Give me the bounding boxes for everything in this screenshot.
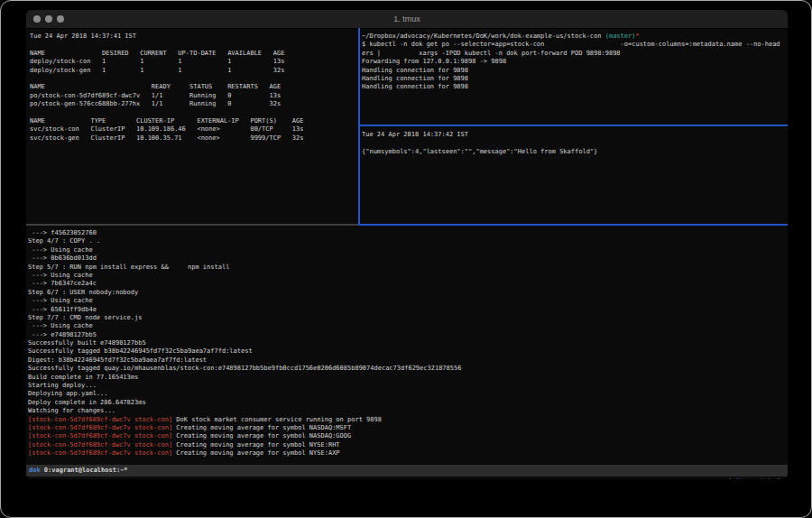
terminal-line: Handling connection for 9898 (362, 67, 788, 75)
pane-divider-horizontal-left[interactable] (26, 224, 358, 226)
terminal-line: Forwarding from 127.0.0.1:9898 -> 9898 (362, 58, 788, 66)
terminal-line: Tue 24 Apr 2018 14:37:42 IST (362, 131, 788, 139)
terminal-line: ---> Using cache (28, 272, 786, 280)
terminal-line: ---> Using cache (28, 297, 786, 305)
terminal-line (30, 109, 358, 117)
terminal-line: po/stock-gen-576cc688bb-277hx 1/1 Runnin… (30, 100, 358, 108)
terminal-line: Handling connection for 9898 (362, 83, 788, 91)
pane-kubectl-resources[interactable]: Tue 24 Apr 2018 14:37:41 ISTNAME DESIRED… (28, 28, 358, 228)
terminal-line: Deploying app.yaml... (28, 390, 786, 398)
terminal-line: ---> Using cache (28, 322, 786, 330)
tmux-session-window-label[interactable]: dok 0:vagrant@localhost:~* (29, 465, 128, 476)
terminal-line: Tue 24 Apr 2018 14:37:41 IST (30, 32, 358, 41)
terminal-line: {"numsymbols":4,"lastseen":"","message":… (362, 148, 788, 156)
kube-context-text: minikube:default (724, 478, 785, 479)
terminal-line: [stock-con-5d7df689cf-dwc7v stock-con] D… (28, 416, 786, 424)
terminal-line: po/stock-con-5d7df689cf-dwc7v 1/1 Runnin… (30, 92, 358, 100)
terminal-line: [stock-con-5d7df689cf-dwc7v stock-con] C… (28, 449, 786, 458)
terminal-line: deploy/stock-con 1 1 1 1 13s (30, 58, 358, 66)
terminal-line: ~/Dropbox/advocacy/Kubernetes/DoK/work/d… (362, 32, 788, 41)
terminal-line: ---> 0b636bd013dd (28, 254, 786, 263)
pane-service-response[interactable]: Tue 24 Apr 2018 14:37:42 IST{"numsymbols… (360, 126, 788, 228)
terminal-line: Step 4/7 : COPY . . (28, 237, 786, 245)
terminal-line: Successfully tagged quay.io/mhausenblas/… (28, 365, 786, 373)
pane-skaffold-log[interactable]: ---> f45623052760Step 4/7 : COPY . . ---… (28, 226, 786, 468)
pane-divider-horizontal-main-right[interactable] (358, 224, 788, 226)
terminal-line: NAME TYPE CLUSTER-IP EXTERNAL-IP PORT(S)… (30, 117, 358, 125)
terminal-line: $ kubectl -n dok get po --selector=app=s… (362, 41, 788, 49)
terminal-line: Successfully built e74898127bb5 (28, 339, 786, 347)
terminal-line: Step 7/7 : CMD node service.js (28, 314, 786, 322)
terminal-line: deploy/stock-gen 1 1 1 1 32s (30, 67, 358, 75)
terminal-line: Step 5/7 : RUN npm install express && np… (28, 264, 786, 272)
window-title: 1. tmux (26, 10, 788, 28)
kubernetes-helm-icon: ☸ (719, 478, 723, 479)
terminal-line: Successfully tagged b38b42246945fd7f32c5… (28, 347, 786, 356)
terminal-line: [stock-con-5d7df689cf-dwc7v stock-con] C… (28, 441, 786, 449)
terminal-line: ---> Using cache (28, 246, 786, 254)
terminal-line: [stock-con-5d7df689cf-dwc7v stock-con] C… (28, 424, 786, 432)
terminal-line: Deploy complete in 286.647823ms (28, 399, 786, 407)
terminal-window: 1. tmux Tue 24 Apr 2018 14:37:41 ISTNAME… (26, 10, 788, 479)
pane-port-forward[interactable]: ~/Dropbox/advocacy/Kubernetes/DoK/work/d… (360, 28, 788, 129)
tmux-status-bar: dok 0:vagrant@localhost:~* ☸minikube:def… (26, 465, 788, 476)
terminal-line: ---> 7b6347ce2a4c (28, 280, 786, 288)
terminal-line (30, 75, 358, 83)
terminal-line: Handling connection for 9898 (362, 75, 788, 83)
terminal-line: NAME DESIRED CURRENT UP-TO-DATE AVAILABL… (30, 50, 358, 58)
terminal-line (362, 139, 788, 147)
terminal-line: ers | xargs -IPOD kubectl -n dok port-fo… (362, 50, 788, 58)
terminal-line: Step 6/7 : USER nobody:nobody (28, 289, 786, 297)
terminal-line: ---> 65611ff9db4e (28, 306, 786, 314)
terminal-line: NAME READY STATUS RESTARTS AGE (30, 83, 358, 91)
terminal-line: Build complete in 77.165413ms (28, 374, 786, 382)
terminal-line (30, 41, 358, 49)
pane-divider-vertical[interactable] (358, 28, 360, 225)
terminal-line: Starting deploy... (28, 382, 786, 390)
tmux-kube-context-label: ☸minikube:default (689, 465, 785, 479)
terminal-line: [stock-con-5d7df689cf-dwc7v stock-con] C… (28, 432, 786, 440)
terminal-line: svc/stock-gen ClusterIP 10.100.35.71 <no… (30, 134, 358, 143)
pane-divider-horizontal-right[interactable] (358, 125, 788, 126)
terminal-line: ---> f45623052760 (28, 229, 786, 237)
terminal-line: svc/stock-con ClusterIP 10.109.186.46 <n… (30, 125, 358, 134)
terminal-line: Watching for changes... (28, 407, 786, 415)
screen-background: 1. tmux Tue 24 Apr 2018 14:37:41 ISTNAME… (0, 0, 812, 518)
terminal-line: Digest: b38b42246945fd7f32c5ba9aea7af7fd… (28, 356, 786, 365)
window-titlebar[interactable]: 1. tmux (26, 10, 788, 29)
terminal-line: ---> e74898127bb5 (28, 331, 786, 339)
